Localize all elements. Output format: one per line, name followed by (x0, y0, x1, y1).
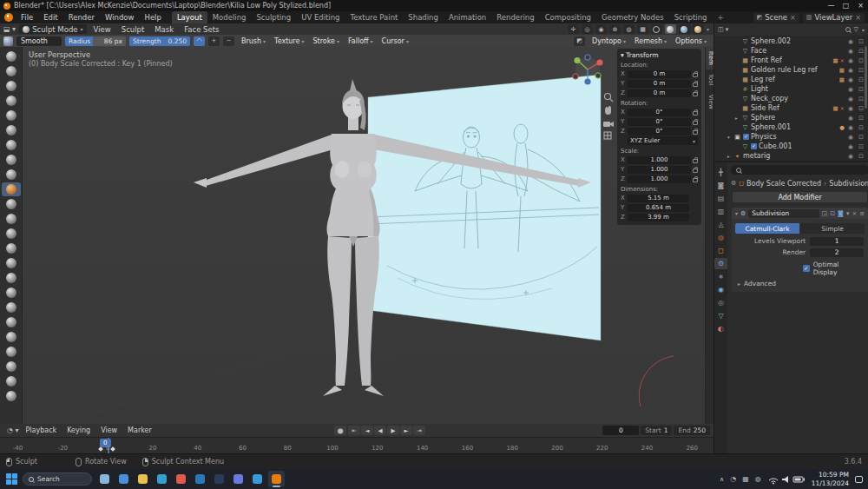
outliner-row-side-ref[interactable]: ▦Side Ref▦×◉⊡ (714, 103, 868, 113)
viewport-overlay-chip-icon[interactable]: ◩ (574, 36, 585, 46)
taskbar-app-task-view[interactable] (96, 471, 113, 487)
sculpt-tool-nudge[interactable] (2, 345, 21, 359)
shading-solid-icon[interactable] (665, 24, 676, 34)
workspace-tab-animation[interactable]: Animation (444, 11, 491, 23)
timeline-editor-type-icon[interactable]: ◔ ▾ (7, 426, 19, 434)
render-camera-icon[interactable]: ⊡ (857, 124, 865, 131)
sculpt-tool-slide-relax[interactable] (2, 374, 21, 388)
jump-to-start-button[interactable]: ⇤ (348, 426, 360, 435)
timeline-menu-playback[interactable]: Playback (21, 425, 62, 437)
visibility-eye-icon[interactable]: ◉ (846, 67, 855, 74)
tray-app-icon[interactable]: ◍ (755, 475, 761, 483)
timeline-ruler[interactable]: 0 -40-2002040608010012014016018020022024… (0, 437, 713, 453)
shading-wireframe-icon[interactable] (651, 24, 662, 34)
visibility-eye-icon[interactable]: ◉ (846, 86, 855, 93)
value-field[interactable]: 1.000 (628, 156, 691, 164)
dropdown-cursor[interactable]: Cursor▾ (378, 37, 412, 45)
frame-end-field[interactable]: End 250 (674, 426, 710, 435)
workspace-tab-modeling[interactable]: Modeling (207, 11, 252, 23)
sculpt-tool-scrape[interactable] (2, 227, 21, 241)
shading-options-chevron-icon[interactable]: ▾ (707, 26, 709, 32)
taskbar-app-file-explorer[interactable] (135, 471, 151, 487)
properties-tab-scene[interactable]: ◬ (714, 219, 727, 230)
visibility-eye-icon[interactable]: ◉ (846, 143, 855, 150)
lock-icon[interactable] (693, 169, 698, 173)
outliner-row-neck-copy[interactable]: ▽Neck_copy◉⊡ (714, 94, 868, 103)
taskbar-app-edge[interactable] (154, 471, 170, 487)
workspace-tab-scripting[interactable]: Scripting (669, 11, 713, 23)
add-modifier-button[interactable]: Add Modifier (732, 191, 868, 203)
outliner-row-sphere[interactable]: ▸▽Sphere◉⊡ (714, 113, 868, 122)
notification-center-icon[interactable] (855, 476, 863, 483)
taskbar-app-discord[interactable] (230, 471, 247, 487)
snapping-icon[interactable]: ◎ (582, 24, 593, 34)
mode-selector[interactable]: Sculpt Mode ▾ (19, 24, 86, 34)
dropdown-stroke[interactable]: Stroke▾ (309, 37, 343, 45)
outliner-row-physics[interactable]: ▾▣✓Physics◉⊡ (714, 132, 868, 142)
value-field[interactable]: 0° (628, 109, 691, 116)
tray-cloud-icon[interactable]: ◔ (730, 475, 736, 483)
visibility-eye-icon[interactable]: ◉ (846, 57, 855, 64)
render-camera-icon[interactable]: ⊡ (857, 115, 865, 122)
strength-slider[interactable]: Strength 0.250 (129, 36, 190, 46)
outliner-row-light[interactable]: ☼Light◉⊡ (714, 84, 868, 94)
sculpt-tool-clay-strips[interactable] (2, 94, 21, 108)
lock-icon[interactable] (693, 73, 698, 77)
xray-toggle-icon[interactable]: ▦ (637, 24, 648, 34)
sculpt-tool-clay[interactable] (2, 79, 21, 93)
value-field[interactable]: 5.15 m (628, 195, 689, 202)
sculpt-tool-rotate[interactable] (2, 360, 21, 373)
properties-tab-physics[interactable]: ◉ (714, 284, 727, 295)
menu-help[interactable]: Help (139, 11, 166, 23)
properties-tab-particles[interactable]: ∗ (714, 271, 727, 282)
reference-image-plane[interactable] (368, 75, 601, 340)
brush-name-field[interactable]: Smooth (16, 36, 62, 46)
visibility-eye-icon[interactable]: ◉ (846, 153, 855, 160)
visibility-eye-icon[interactable]: ◉ (846, 48, 855, 55)
sculpt-tool-smooth[interactable] (2, 182, 21, 196)
render-camera-icon[interactable]: ⊡ (857, 134, 865, 141)
sculpt-tool-pinch[interactable] (2, 256, 21, 270)
transform-panel-header[interactable]: ▾ Transform (621, 51, 698, 59)
viewport-canvas[interactable] (23, 47, 705, 424)
properties-tab-object[interactable]: ◻ (714, 245, 727, 256)
value-field[interactable]: 0 m (628, 80, 691, 88)
add-workspace-button[interactable]: + (712, 11, 728, 23)
workspace-tab-shading[interactable]: Shading (403, 11, 444, 23)
jump-to-end-button[interactable]: ⇥ (413, 426, 425, 435)
visibility-eye-icon[interactable]: ◉ (846, 76, 855, 83)
transform-orientation-icon[interactable]: ✢ (568, 24, 579, 34)
taskbar-app-chrome[interactable] (173, 471, 189, 487)
lock-icon[interactable] (693, 92, 698, 96)
value-field[interactable]: 0 m (628, 70, 691, 78)
outliner-row-golden-rule-leg-ref[interactable]: ▦Golden rule Leg ref▦◉⊡ (714, 65, 868, 75)
frame-start-field[interactable]: Start 1 (641, 426, 672, 435)
workspace-tab-rendering[interactable]: Rendering (491, 11, 539, 23)
breadcrumb-object[interactable]: Body Scale Corrected (746, 180, 821, 188)
shading-material-icon[interactable] (679, 24, 690, 34)
pressure-sensitivity-toggle[interactable]: ◠ (194, 36, 205, 46)
blender-logo-icon[interactable] (4, 13, 13, 22)
dropdown-falloff[interactable]: Falloff▾ (345, 37, 377, 45)
menu-file[interactable]: File (16, 11, 38, 23)
breadcrumb-modifier[interactable]: Subdivision (829, 180, 868, 188)
sculpt-tool-inflate[interactable] (2, 138, 21, 152)
value-field[interactable]: 0° (628, 128, 691, 135)
outliner-row-metarig[interactable]: ▸⌖metarig◉⊡ (714, 151, 868, 161)
dropdown-texture[interactable]: Texture▾ (271, 37, 307, 45)
properties-tab-output[interactable]: ▤ (714, 193, 727, 204)
scene-unlink-icon[interactable]: × (790, 14, 796, 22)
expand-icon[interactable]: ▾ (726, 135, 732, 140)
value-field[interactable]: 0.654 m (628, 204, 689, 212)
drag-handle-icon[interactable]: ≡ (859, 210, 865, 217)
previous-keyframe-button[interactable]: ◄ (361, 426, 373, 435)
proportional-edit-icon[interactable]: ◉ (595, 24, 607, 34)
add-direction-toggle[interactable]: + (208, 36, 220, 46)
realtime-display-toggle-icon[interactable]: ⊡ (830, 210, 835, 217)
play-button[interactable]: ▶ (387, 426, 399, 435)
menu-window[interactable]: Window (100, 11, 140, 23)
value-field[interactable]: 1.000 (628, 175, 691, 183)
workspace-tab-sculpting[interactable]: Sculpting (251, 11, 296, 23)
collection-checkbox[interactable]: ✓ (751, 143, 757, 149)
viewport-nav-icons[interactable] (603, 94, 614, 140)
